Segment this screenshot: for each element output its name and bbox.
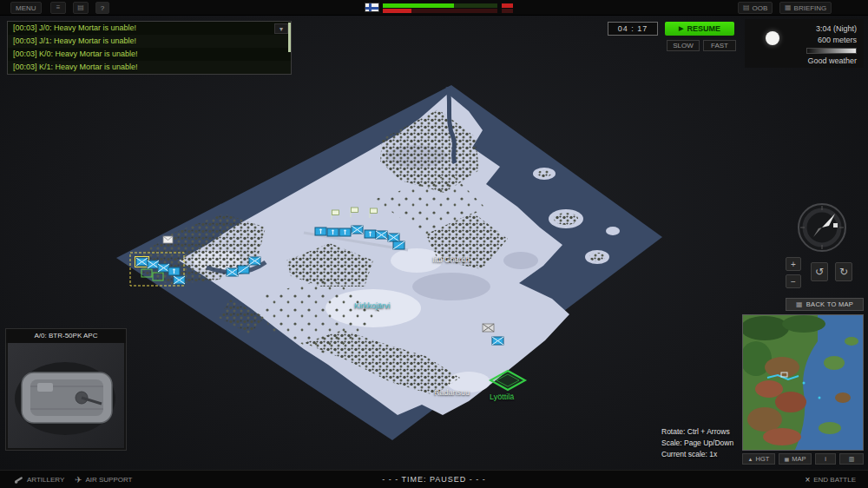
fast-button[interactable]: FAST [703, 40, 736, 51]
zoom-out-button[interactable]: − [786, 274, 801, 288]
unit-marker[interactable] [388, 234, 399, 241]
game-screen: Iitti Church Kirkkojärvi Radansuu Lyötti… [0, 0, 868, 488]
artillery-icon [14, 475, 23, 485]
unit-marker[interactable] [249, 257, 260, 265]
selected-unit-panel[interactable]: A/0: BTR-50PK APC [5, 328, 127, 451]
menu-button-label: MENU [16, 4, 36, 12]
friendly-strength-bar [383, 3, 497, 8]
weather-status: Good weather [807, 56, 857, 65]
hotkey-hints: Rotate: Ctrl + Arrows Scale: Page Up/Dow… [661, 426, 733, 460]
selected-unit-title: A/0: BTR-50PK APC [6, 329, 126, 343]
log-message: [00:03] K/1: Heavy Mortar is unable! [8, 61, 291, 74]
plus-icon: + [791, 260, 796, 269]
resume-button[interactable]: ▶ RESUME [665, 22, 734, 36]
battle-timer: 04 : 17 [608, 22, 658, 36]
rotate-left-button[interactable]: ↺ [811, 262, 828, 281]
enemy-losses-bar [502, 9, 513, 13]
grid-icon: ▦ [796, 300, 803, 308]
info-toggle-button[interactable]: i [815, 453, 836, 465]
oob-icon: ▤ [743, 4, 750, 11]
unit-marker[interactable] [393, 241, 404, 249]
unit-marker[interactable] [352, 226, 363, 234]
compass-control[interactable] [797, 202, 847, 253]
unit-marker[interactable] [158, 264, 169, 272]
unit-marker[interactable] [315, 228, 326, 235]
unit-marker[interactable] [148, 260, 159, 268]
awards-icon-button[interactable]: ≡ [50, 2, 66, 14]
enemy-strength-bar [502, 3, 513, 8]
message-marker[interactable] [163, 236, 173, 243]
minimap[interactable] [742, 314, 864, 451]
log-message: [00:03] J/0: Heavy Mortar is unable! [8, 22, 291, 35]
friendly-losses-bar [383, 9, 497, 13]
message-log-collapse-button[interactable]: ▾ [274, 23, 288, 34]
end-battle-button[interactable]: × END BATTLE [801, 473, 859, 486]
hint-scale: Scale: Page Up/Down [661, 438, 733, 449]
map-label: MAP [792, 455, 806, 463]
grid-icon: ▦ [785, 456, 790, 462]
back-to-map-label: BACK TO MAP [806, 300, 853, 308]
unit-marker-selected[interactable] [136, 258, 148, 266]
compass-icon [797, 202, 847, 253]
rotate-left-icon: ↺ [815, 266, 824, 278]
hint-current-scale: Current scale: 1x [661, 449, 733, 460]
minimap-terrain [743, 315, 863, 450]
unit-marker[interactable] [174, 276, 185, 284]
chevron-down-icon: ▾ [279, 25, 283, 33]
ridge-shade [503, 252, 538, 269]
back-to-map-button[interactable]: ▦ BACK TO MAP [786, 298, 864, 311]
battle-timer-value: 04 : 17 [618, 24, 648, 33]
info-icon: i [825, 455, 826, 463]
unit-marker[interactable] [227, 268, 238, 276]
apc-top-view-illustration [8, 343, 126, 450]
top-bar: MENU ≡ ▤ ? ▤ OOB ▦ BRIEFING [0, 0, 868, 16]
briefing-icon: ▦ [785, 4, 792, 11]
unit-marker[interactable] [376, 231, 387, 239]
hgt-label: HGT [756, 455, 770, 463]
finnish-flag-icon [365, 3, 379, 12]
mountain-icon: ▲ [748, 457, 753, 462]
ridge-shade [412, 273, 490, 300]
fast-button-label: FAST [711, 42, 728, 49]
oob-button[interactable]: ▤ OOB [738, 2, 773, 14]
heightmap-toggle-button[interactable]: ▲ HGT [742, 453, 775, 465]
unit-marker[interactable] [365, 230, 376, 238]
help-button[interactable]: ? [95, 2, 109, 14]
close-icon: × [805, 475, 810, 485]
menu-button[interactable]: MENU [10, 2, 42, 14]
briefing-button[interactable]: ▦ BRIEFING [779, 2, 832, 14]
unit-marker[interactable] [339, 228, 351, 236]
awards-icon: ≡ [56, 4, 61, 11]
visibility-range: 600 meters [818, 36, 857, 44]
selected-unit-image [8, 343, 124, 448]
time-of-day: 3:04 (Night) [816, 24, 857, 33]
slow-button[interactable]: SLOW [667, 40, 700, 51]
message-log-scrollbar[interactable] [288, 23, 291, 52]
rotate-right-button[interactable]: ↻ [835, 262, 852, 281]
bottom-bar: ARTILLERY ✈ AIR SUPPORT - - - TIME: PAUS… [0, 470, 868, 488]
end-battle-button-label: END BATTLE [813, 476, 856, 484]
air-support-button-label: AIR SUPPORT [85, 476, 132, 484]
moon-icon [766, 31, 779, 45]
minus-icon: − [791, 277, 796, 287]
unit-marker[interactable] [238, 266, 249, 274]
unit-marker[interactable] [168, 267, 180, 275]
stats-icon: ▤ [77, 4, 84, 11]
message-log-panel[interactable]: [00:03] J/0: Heavy Mortar is unable! [00… [7, 21, 292, 75]
artillery-button[interactable]: ARTILLERY [10, 473, 68, 486]
briefing-button-label: BRIEFING [794, 4, 827, 12]
plane-icon: ✈ [75, 475, 82, 485]
log-message: [00:03] J/1: Heavy Mortar is unable! [8, 35, 291, 48]
unit-marker[interactable] [492, 337, 503, 345]
hint-rotate: Rotate: Ctrl + Arrows [661, 426, 733, 438]
map-toggle-button[interactable]: ▦ MAP [779, 453, 812, 465]
zoom-in-button[interactable]: + [786, 257, 801, 271]
layers-toggle-button[interactable]: ▥ [839, 453, 864, 465]
unit-marker[interactable] [327, 228, 339, 236]
neutral-unit-marker[interactable] [483, 324, 494, 332]
help-button-label: ? [101, 4, 104, 12]
air-support-button[interactable]: ✈ AIR SUPPORT [71, 473, 135, 486]
resume-button-label: RESUME [687, 24, 720, 33]
play-icon: ▶ [679, 25, 683, 32]
stats-icon-button[interactable]: ▤ [73, 2, 89, 14]
